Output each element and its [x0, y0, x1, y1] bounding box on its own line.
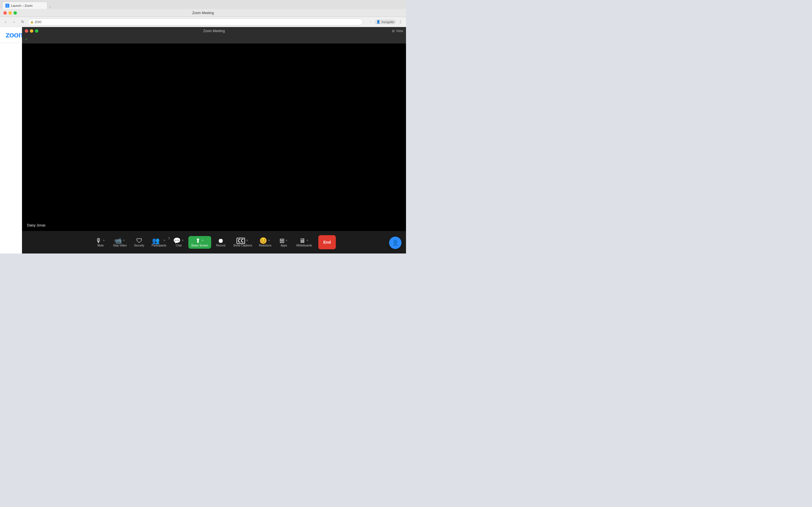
whiteboards-button[interactable]: 🖥 ∧ Whiteboards: [294, 236, 315, 249]
browser-title-text: Zoom Meeting: [192, 11, 214, 15]
page-content: zoom Support English ▾ Zoom Meeting: [0, 27, 406, 253]
record-button[interactable]: ⏺ Record: [212, 236, 229, 249]
whiteboards-label: Whiteboards: [296, 244, 312, 247]
support-icon: 👤: [392, 239, 399, 246]
view-icon: ⊞: [392, 29, 395, 33]
participants-count: 1: [168, 237, 170, 240]
shield-icon: 🛡: [136, 238, 142, 244]
security-button[interactable]: 🛡 Security: [131, 236, 148, 249]
minimize-button[interactable]: [8, 11, 12, 15]
reactions-arrow[interactable]: ∧: [267, 239, 271, 242]
stop-video-button[interactable]: 📹 ∧ Stop Video: [110, 236, 130, 249]
back-button[interactable]: ‹: [2, 18, 9, 25]
meeting-titlebar: Zoom Meeting ⊞ View: [22, 27, 406, 35]
incognito-label: Incognito: [382, 20, 394, 24]
apps-arrow[interactable]: ∧: [285, 239, 288, 242]
apps-icon: ⊞: [280, 238, 285, 244]
participants-button[interactable]: 👥 1 ∧ Participants: [149, 236, 169, 249]
zoom-meeting-window: Zoom Meeting ⊞ View ✓ Daisy Jonas: [22, 27, 406, 253]
mute-button[interactable]: 🎙 ∧ Mute: [92, 236, 109, 249]
browser-actions: ⬝ 👤 Incognito ⋮: [367, 18, 404, 25]
tab-title: Launch – Zoom: [11, 4, 44, 7]
mic-icon: 🎙: [96, 238, 102, 244]
whiteboard-icon: 🖥: [299, 238, 305, 244]
captions-label: Show Captions: [233, 244, 252, 247]
reload-button[interactable]: ↻: [19, 18, 26, 25]
record-icon: ⏺: [218, 238, 224, 244]
extensions-button[interactable]: ⬝: [367, 18, 373, 25]
whiteboards-arrow[interactable]: ∧: [306, 239, 309, 242]
meeting-security-bar: ✓: [22, 35, 406, 43]
share-arrow[interactable]: ∧: [201, 239, 204, 242]
meeting-video-area: Daisy Jonas: [22, 43, 406, 231]
address-text: ZOO: [35, 20, 42, 24]
meeting-title: Zoom Meeting: [203, 29, 225, 33]
video-arrow[interactable]: ∧: [122, 239, 125, 242]
close-button[interactable]: [3, 11, 7, 15]
maximize-button[interactable]: [13, 11, 17, 15]
browser-titlebar: Zoom Meeting: [0, 9, 406, 17]
person-icon: 👤: [376, 20, 380, 24]
participant-name-label: Daisy Jonas: [25, 223, 48, 228]
participants-label: Participants: [152, 244, 166, 247]
view-button[interactable]: ⊞ View: [392, 29, 403, 33]
tab-favicon: Z: [5, 4, 9, 8]
security-label: Security: [134, 244, 144, 247]
incognito-badge: 👤 Incognito: [375, 19, 396, 24]
meeting-close-button[interactable]: [25, 29, 28, 33]
meeting-toolbar: 🎙 ∧ Mute 📹 ∧ Stop Video: [22, 231, 406, 253]
reactions-label: Reactions: [259, 244, 271, 247]
end-button[interactable]: End: [318, 235, 336, 249]
mute-label: Mute: [98, 244, 104, 247]
participants-arrow[interactable]: ∧: [163, 239, 166, 242]
record-label: Record: [216, 244, 225, 247]
browser-menu-button[interactable]: ⋮: [397, 18, 404, 25]
browser-tabbar: Z Launch – Zoom ›: [0, 0, 406, 9]
video-icon: 📹: [114, 238, 122, 244]
chat-label: Chat: [175, 244, 182, 247]
meeting-minimize-button[interactable]: [30, 29, 33, 33]
captions-arrow[interactable]: ∧: [246, 239, 249, 242]
tab-list-chevron[interactable]: ›: [50, 5, 51, 9]
browser-toolbar: ‹ › ↻ 🔒 ZOO ⬝ 👤 Incognito ⋮: [0, 17, 406, 27]
browser-tab-active[interactable]: Z Launch – Zoom: [2, 2, 47, 9]
apps-button[interactable]: ⊞ ∧ Apps: [275, 236, 292, 249]
security-shield-icon: ✓: [25, 37, 28, 41]
reactions-icon: 😊: [259, 238, 267, 244]
view-label: View: [396, 29, 403, 33]
meeting-maximize-button[interactable]: [35, 29, 38, 33]
address-bar[interactable]: 🔒 ZOO: [28, 18, 363, 25]
browser-window: Z Launch – Zoom › Zoom Meeting ‹ › ↻ 🔒 Z…: [0, 0, 406, 253]
captions-button[interactable]: CC ∧ Show Captions: [231, 236, 255, 249]
meeting-traffic-lights: [25, 29, 38, 33]
chat-icon: 💬: [173, 238, 181, 244]
traffic-lights: [3, 11, 17, 15]
chat-button[interactable]: 💬 ∧ Chat: [170, 236, 187, 249]
support-chat-bubble[interactable]: 👤: [389, 237, 402, 249]
apps-label: Apps: [281, 244, 287, 247]
captions-icon: CC: [237, 238, 245, 244]
share-screen-icon: ⬆: [195, 238, 200, 244]
reactions-button[interactable]: 😊 ∧ Reactions: [256, 236, 274, 249]
lock-icon: 🔒: [30, 20, 34, 23]
stop-video-label: Stop Video: [113, 244, 127, 247]
chat-arrow[interactable]: ∧: [181, 239, 185, 242]
forward-button[interactable]: ›: [11, 18, 17, 25]
share-screen-button[interactable]: ⬆ ∧ Share Screen: [188, 236, 211, 249]
share-screen-label: Share Screen: [191, 244, 208, 247]
mute-arrow[interactable]: ∧: [102, 239, 105, 242]
participants-icon: 👥: [152, 238, 160, 244]
